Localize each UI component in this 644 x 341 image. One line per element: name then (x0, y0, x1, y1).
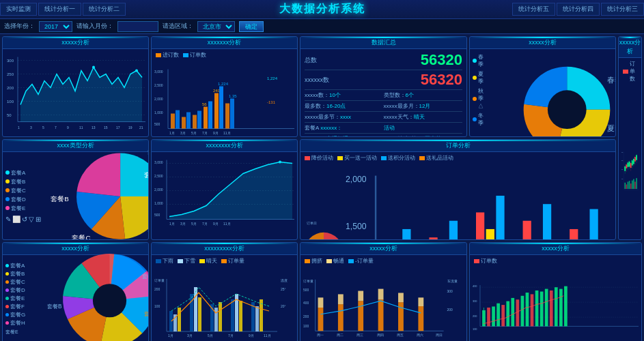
legend-discount: 降价活动 (305, 154, 333, 162)
vol-bar (626, 184, 628, 189)
autumn-dot (473, 97, 477, 101)
svg-text:15: 15 (104, 125, 108, 130)
svg-text:200: 200 (621, 169, 623, 170)
hold-color (305, 259, 310, 263)
svg-text:套餐H: 套餐H (144, 311, 149, 317)
legend-order3: -订单量 (348, 257, 374, 265)
panel-weather-bars: xxxxxxxxx分析 下雨 下雪 晴天 订单量 订单量 200 100 温度 … (151, 242, 298, 341)
panel-title-4: xxxxx分析 (470, 37, 615, 49)
order-bar (523, 221, 531, 240)
legend-label-order: 进订数 (163, 51, 179, 59)
vol-bar (634, 181, 636, 189)
lp-c: 套餐C (5, 278, 40, 286)
gift-label: 送礼品活动 (426, 154, 453, 162)
svg-text:周五: 周五 (397, 333, 404, 337)
bar-legend: 进订数 订单数 (154, 50, 294, 59)
nav-tab-stat3[interactable]: 统计分析三 (601, 3, 644, 16)
svg-text:3月: 3月 (180, 222, 186, 226)
discount-label: 降价活动 (311, 154, 333, 162)
meal-b: 套餐B (5, 178, 43, 186)
bar-rect (193, 115, 197, 129)
lp-label-h: 套餐H (10, 319, 25, 327)
svg-text:100: 100 (303, 325, 309, 328)
svg-text:5月: 5月 (191, 222, 197, 226)
svg-text:温度: 温度 (281, 278, 288, 282)
lp-f: 套餐F (5, 303, 40, 310)
legend-label-single: 订单数 (190, 51, 206, 59)
meal-a-label: 套餐A (11, 169, 25, 177)
nav-tab-realtime[interactable]: 实时监测 (0, 3, 37, 16)
svg-rect-104 (633, 159, 634, 164)
tool-icon-5[interactable]: ⊞ (36, 216, 41, 223)
svg-text:周一: 周一 (317, 333, 324, 337)
nav-tab-stat4[interactable]: 统计分析四 (557, 3, 600, 16)
svg-text:1,000: 1,000 (154, 110, 163, 115)
total-label: 总数 (305, 56, 317, 65)
normal-label: 畅通 (333, 257, 344, 265)
svg-text:2,500: 2,500 (154, 174, 163, 178)
legend-single: 订单数 (183, 51, 206, 59)
last-legend: 订单数 (473, 256, 639, 265)
tool-icon-1[interactable]: ✎ (5, 216, 11, 223)
svg-text:500: 500 (154, 122, 160, 126)
weather-svg: 订单量 200 100 温度 25° 20° (154, 265, 294, 341)
s-bar (338, 304, 344, 331)
svg-text:套餐B: 套餐B (47, 303, 62, 310)
panel-order-analysis: 订单分析 降价活动 买一送一活动 送积分活动 送礼品活动 (300, 139, 616, 240)
nav-tab-line1[interactable]: 线计分析一 (38, 3, 81, 16)
hold-label: 拥挤 (311, 257, 322, 265)
svg-point-13 (135, 70, 138, 72)
svg-text:1,500: 1,500 (346, 222, 367, 231)
legend-normal: 畅通 (326, 257, 344, 265)
svg-text:5月: 5月 (191, 131, 197, 135)
svg-text:1,224: 1,224 (218, 82, 229, 86)
svg-text:1,224: 1,224 (267, 76, 278, 80)
order-bar (402, 229, 410, 240)
summary-sub-row: xxxxxx数 56320 (305, 70, 462, 90)
tool-icon-3[interactable]: ↺ (22, 216, 27, 223)
bar-line-svg: 3,000 2,500 2,000 1,000 500 56 240 (154, 59, 294, 137)
nav-tab-stat5[interactable]: 统计分析五 (512, 3, 555, 16)
order2-label: 订单量 (228, 257, 244, 265)
meal-c: 套餐C (5, 187, 43, 194)
legend-sunny: 晴天 (199, 257, 217, 265)
lp-label-f: 套餐F (10, 303, 25, 310)
candle-legend: 订单数 (621, 59, 639, 83)
order-bar (429, 237, 437, 240)
lp-label-a: 套餐A (10, 262, 25, 269)
month-input[interactable] (117, 21, 158, 32)
sunny-label: 晴天 (206, 257, 217, 265)
legend-order2: 订单量 (221, 257, 244, 265)
summer-dot (473, 76, 477, 80)
lp-dot-f (5, 305, 9, 308)
mini-candle (516, 299, 519, 326)
nav-tab-stat2[interactable]: 统计分析二 (83, 3, 126, 16)
total-value: 56320 (421, 51, 462, 69)
month-label: 请输入月份： (76, 22, 113, 31)
tool-icon-2[interactable]: ⬜ (12, 216, 20, 223)
year-select[interactable]: 201720182016 (39, 21, 72, 32)
svg-text:25°: 25° (281, 287, 286, 291)
legend-orders: 订单数 (623, 60, 637, 83)
confirm-button[interactable]: 确定 (239, 21, 264, 32)
s-label: 活动 (384, 124, 463, 132)
svg-text:周二: 周二 (337, 333, 344, 337)
svg-text:2,000: 2,000 (154, 97, 163, 101)
svg-text:订单量: 订单量 (154, 278, 165, 282)
tool-icon-4[interactable]: ▽ (29, 216, 34, 223)
summary-content: 总数 56320 xxxxxx数 56320 xxxxx数：10个 类型数：6个… (300, 49, 466, 137)
svg-text:3月: 3月 (187, 333, 193, 338)
w-bar (198, 297, 201, 331)
svg-text:20°: 20° (281, 304, 286, 308)
orders-label: 订单数 (630, 60, 637, 83)
region-select[interactable]: 北京市上海市广州市 (197, 21, 235, 32)
bar-rect (219, 87, 223, 129)
panel-title-9: xxxxxxxxx分析 (152, 243, 297, 255)
svg-rect-102 (632, 161, 633, 166)
lp-label-c: 套餐C (10, 278, 25, 286)
lp-label-d: 套餐D (10, 286, 25, 294)
svg-text:周三: 周三 (356, 333, 363, 337)
panel-title-summary: 数据汇总 (300, 37, 466, 49)
panel-content-9: 下雨 下雪 晴天 订单量 订单量 200 100 温度 25° 20° (152, 255, 297, 341)
order3-color (348, 259, 354, 263)
